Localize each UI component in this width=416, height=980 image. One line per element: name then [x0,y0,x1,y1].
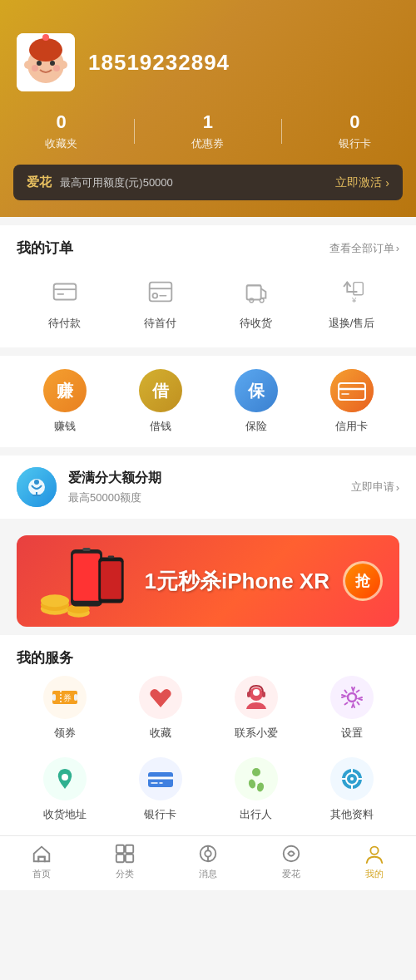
refund-icon: ¥ [331,274,373,309]
profile-row: 18519232894 [17,33,399,91]
pending-payment-label: 待付款 [48,316,81,331]
nav-message[interactable]: 消息 [166,843,250,880]
settings-icon [330,676,374,719]
service-other[interactable]: 其他资料 [304,757,399,822]
stat-divider-2 [281,119,282,144]
first-payment-label: 待首付 [144,316,176,331]
stat-coupons-label: 优惠券 [191,136,224,151]
bottom-nav: 首页 分类 消息 爱花 我的 [0,835,416,890]
svg-point-6 [50,61,55,66]
credit-brand: 爱花 [27,175,52,190]
stats-row: 0 收藏夹 1 优惠券 0 银行卡 [17,111,399,151]
svg-point-62 [249,781,251,782]
loan-cta[interactable]: 立即申请 › [351,480,399,495]
svg-point-66 [350,777,354,781]
contact-label: 联系小爱 [235,726,278,741]
svg-rect-14 [149,283,171,302]
contact-icon [235,676,278,719]
svg-point-21 [260,298,264,303]
fin-credit-card[interactable]: 信用卡 [304,369,399,434]
service-coupon[interactable]: 券 领券 [17,676,112,741]
settings-label: 设置 [341,726,363,741]
my-services-grid: 券 领券 收藏 [17,676,399,822]
svg-point-60 [247,779,256,790]
banner-grab-button[interactable]: 抢 [343,561,383,601]
svg-point-10 [42,34,49,41]
promo-banner[interactable]: 1元秒杀iPhone XR 抢 [17,535,399,627]
svg-rect-74 [116,854,124,862]
credit-left: 爱花 最高可用额度(元)50000 [27,175,173,190]
stat-bankcard[interactable]: 0 银行卡 [339,111,371,151]
service-contact[interactable]: 联系小爱 [208,676,304,741]
service-traveler[interactable]: 出行人 [208,757,304,822]
loan-text: 爱满分大额分期 最高50000额度 [68,470,339,505]
orders-header: 我的订单 查看全部订单 › [17,239,399,258]
nav-home-label: 首页 [32,868,51,880]
header-section: 18519232894 0 收藏夹 1 优惠券 0 银行卡 爱花 最高可用额度(… [0,0,416,217]
favorite-label: 收藏 [150,726,171,741]
service-settings[interactable]: 设置 [304,676,399,741]
svg-point-63 [257,784,260,785]
orders-grid: 待付款 待首付 [17,271,399,334]
stat-favorites-value: 0 [56,111,66,133]
stat-bankcard-label: 银行卡 [339,136,371,151]
refund-label: 退换/售后 [329,316,375,331]
other-label: 其他资料 [330,807,374,822]
my-services-section: 我的服务 券 领券 收藏 [0,635,416,835]
nav-profile[interactable]: 我的 [333,843,416,880]
traveler-icon [235,757,278,800]
svg-rect-71 [38,857,44,862]
order-item-pending-delivery[interactable]: 待收货 [208,274,304,331]
order-item-first-payment[interactable]: 待首付 [112,274,208,331]
credit-desc: 最高可用额度(元)50000 [60,175,173,190]
nav-category[interactable]: 分类 [83,843,166,880]
orders-section: 我的订单 查看全部订单 › 待付款 [0,225,416,347]
svg-point-77 [205,850,210,856]
nav-message-label: 消息 [199,868,217,880]
fin-borrow[interactable]: 借 借钱 [112,369,208,434]
avatar[interactable] [17,33,75,91]
earn-icon: 赚 [43,369,87,412]
stat-favorites[interactable]: 0 收藏夹 [45,111,77,151]
fin-insure[interactable]: 保 保险 [208,369,304,434]
service-bank-card[interactable]: 银行卡 [112,757,208,822]
svg-rect-55 [148,772,173,787]
bank-card-label: 银行卡 [144,807,176,822]
coupon-label: 领券 [54,726,76,741]
address-icon [43,757,87,800]
address-label: 收货地址 [43,807,87,822]
svg-rect-43 [108,556,115,559]
financial-grid: 赚 赚钱 借 借钱 保 保险 [17,369,399,434]
svg-point-3 [24,61,32,69]
nav-aihua[interactable]: 爱花 [250,843,333,880]
svg-point-53 [348,693,356,702]
svg-rect-47 [52,694,56,701]
service-address[interactable]: 收货地址 [17,757,112,822]
credit-banner[interactable]: 爱花 最高可用额度(元)50000 立即激活 › [13,165,403,200]
orders-title: 我的订单 [17,239,73,258]
order-item-refund[interactable]: ¥ 退换/售后 [304,274,399,331]
traveler-label: 出行人 [240,807,272,822]
svg-text:¥: ¥ [351,295,357,304]
svg-point-16 [152,293,157,298]
service-favorite[interactable]: 收藏 [112,676,208,741]
my-services-title: 我的服务 [17,648,399,667]
loan-section[interactable]: 爱满分大额分期 最高50000额度 立即申请 › [0,456,416,519]
credit-activate-text: 立即激活 [335,175,382,190]
credit-card-icon [330,369,374,412]
insure-icon: 保 [235,369,278,412]
financial-section: 赚 赚钱 借 借钱 保 保险 [0,356,416,447]
stat-coupons[interactable]: 1 优惠券 [191,111,224,151]
orders-view-all[interactable]: 查看全部订单 › [329,241,399,256]
svg-point-5 [37,61,42,66]
first-payment-icon [140,274,181,309]
borrow-icon: 借 [139,369,182,412]
svg-point-80 [284,846,300,862]
svg-text:券: 券 [63,693,72,702]
nav-home[interactable]: 首页 [0,843,83,880]
orders-link-chevron: › [396,242,399,254]
fin-earn[interactable]: 赚 赚钱 [17,369,112,434]
order-item-pending-payment[interactable]: 待付款 [17,274,112,331]
loan-subtitle: 最高50000额度 [68,490,339,505]
pending-payment-icon [44,274,86,309]
